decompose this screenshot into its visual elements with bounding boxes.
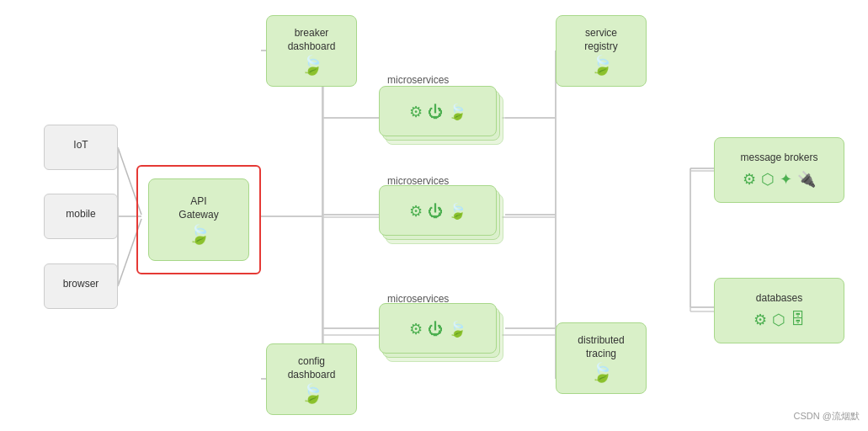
microservices-stack-2: ⚙ ⏻ 🍃	[379, 185, 501, 248]
branch-icon-db: ⬡	[772, 311, 785, 329]
architecture-diagram: IoT mobile browser APIGateway 🍃 breakerd…	[0, 0, 868, 431]
config-dashboard-box: configdashboard 🍃	[266, 343, 357, 415]
message-brokers-box: message brokers ⚙ ⬡ ✦ 🔌	[714, 137, 844, 203]
distributed-tracing-box: distributedtracing 🍃	[556, 322, 647, 394]
service-registry-box: serviceregistry 🍃	[556, 15, 647, 87]
branch-icon-broker: ⬡	[761, 170, 775, 189]
databases-box: databases ⚙ ⬡ 🗄	[714, 278, 844, 343]
microservices-label-3: microservices	[387, 293, 449, 305]
service-registry-label: serviceregistry	[584, 27, 617, 53]
distributed-tracing-label: distributedtracing	[578, 334, 624, 360]
nodes-icon-broker: ✦	[780, 170, 792, 189]
gear-icon-ms1: ⚙	[409, 103, 423, 121]
api-gateway-box: APIGateway 🍃	[148, 178, 249, 261]
microservices-label-1: microservices	[387, 74, 449, 86]
gear-icon-ms3: ⚙	[409, 320, 423, 338]
spring-icon-config: 🍃	[301, 385, 323, 403]
breaker-dashboard-label: breakerdashboard	[288, 27, 336, 53]
microservices-stack-3: ⚙ ⏻ 🍃	[379, 303, 501, 366]
leaf-icon-ms3: 🍃	[448, 320, 466, 338]
db-icon: 🗄	[791, 311, 806, 328]
databases-label: databases	[756, 292, 802, 306]
iot-label: IoT	[73, 139, 88, 152]
gear-icon-broker: ⚙	[743, 170, 756, 189]
spring-icon-breaker: 🍃	[301, 56, 323, 75]
breaker-dashboard-box: breakerdashboard 🍃	[266, 15, 357, 87]
spring-icon-gateway: 🍃	[188, 226, 210, 244]
power-icon-ms2: ⏻	[428, 203, 443, 221]
mobile-box: mobile	[44, 194, 118, 239]
leaf-icon-ms1: 🍃	[448, 103, 466, 121]
spring-icon-registry: 🍃	[590, 56, 613, 75]
api-gateway-label: APIGateway	[178, 195, 218, 221]
watermark: CSDN @流烟默	[794, 410, 860, 423]
mobile-label: mobile	[66, 208, 95, 221]
config-dashboard-label: configdashboard	[288, 355, 336, 381]
microservices-stack-1: ⚙ ⏻ 🍃	[379, 86, 501, 149]
gear-icon-ms2: ⚙	[409, 202, 423, 221]
ms1-icons: ⚙ ⏻ 🍃	[409, 103, 466, 121]
broker-icons: ⚙ ⬡ ✦ 🔌	[743, 170, 816, 189]
ms2-icons: ⚙ ⏻ 🍃	[409, 202, 466, 221]
browser-label: browser	[63, 278, 99, 291]
ms3-icons: ⚙ ⏻ 🍃	[409, 320, 466, 338]
power-icon-ms3: ⏻	[428, 321, 443, 338]
gateway-outline: APIGateway 🍃	[136, 165, 261, 274]
browser-box: browser	[44, 263, 118, 309]
leaf-icon-ms2: 🍃	[448, 202, 466, 221]
iot-box: IoT	[44, 125, 118, 170]
db-icons: ⚙ ⬡ 🗄	[754, 311, 806, 329]
microservices-label-2: microservices	[387, 175, 449, 187]
message-brokers-label: message brokers	[740, 152, 817, 165]
plugin-icon-broker: 🔌	[797, 170, 816, 189]
spring-icon-tracing: 🍃	[590, 364, 613, 382]
gear-icon-db: ⚙	[754, 311, 767, 329]
power-icon-ms1: ⏻	[428, 104, 443, 121]
